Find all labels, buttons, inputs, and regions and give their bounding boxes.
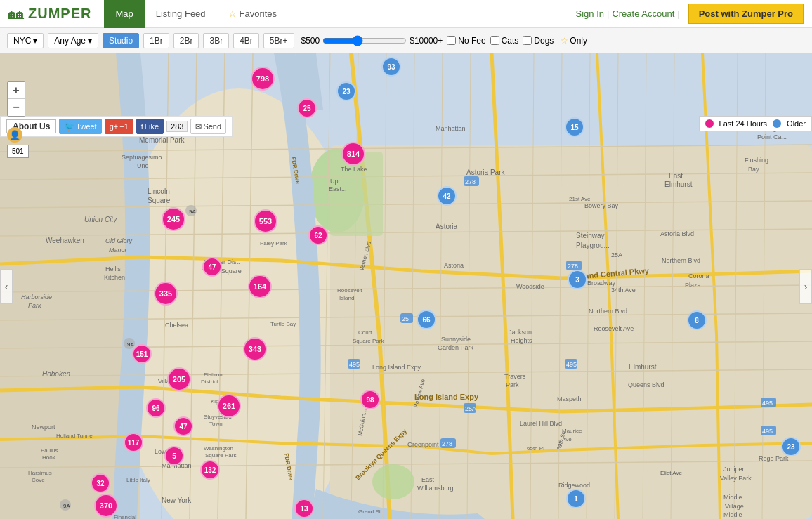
svg-text:Turtle Bay: Turtle Bay xyxy=(270,321,296,327)
tab-map[interactable]: Map xyxy=(104,0,144,28)
2br-filter[interactable]: 2Br xyxy=(173,33,199,48)
map-cluster-marker[interactable]: 798 xyxy=(251,67,275,91)
map-cluster-marker[interactable]: 261 xyxy=(217,394,241,418)
svg-text:Septuagesimo: Septuagesimo xyxy=(122,154,162,161)
map-cluster-marker[interactable]: 93 xyxy=(381,57,401,77)
tweet-button[interactable]: 🐦 Tweet xyxy=(59,119,101,134)
5br-filter[interactable]: 5Br+ xyxy=(263,33,294,48)
tab-favorites[interactable]: ☆ Favorites xyxy=(217,0,288,28)
gplus-button[interactable]: g+ +1 xyxy=(105,119,133,134)
map-cluster-marker[interactable]: 23 xyxy=(336,81,356,101)
map-nav-left[interactable]: ‹ xyxy=(0,269,13,304)
post-with-zumper-button[interactable]: Post with Zumper Pro xyxy=(688,4,804,24)
svg-text:Paley Park: Paley Park xyxy=(260,240,288,247)
dogs-filter[interactable]: Dogs xyxy=(523,36,554,46)
svg-text:District: District xyxy=(201,379,218,385)
svg-text:Weehawken: Weehawken xyxy=(46,237,84,244)
map-cluster-marker[interactable]: 42 xyxy=(437,186,457,206)
svg-text:Island: Island xyxy=(339,295,354,301)
svg-text:Woodside: Woodside xyxy=(516,283,544,290)
map-cluster-marker[interactable]: 13 xyxy=(294,499,314,518)
map-nav-right[interactable]: › xyxy=(799,269,812,304)
svg-text:Court: Court xyxy=(358,329,372,336)
map-cluster-marker[interactable]: 98 xyxy=(360,390,380,409)
map-cluster-marker[interactable]: 370 xyxy=(94,494,118,518)
svg-text:Park: Park xyxy=(28,302,41,309)
svg-text:Rego Park: Rego Park xyxy=(759,455,789,462)
svg-text:Sunnyside: Sunnyside xyxy=(441,336,471,343)
svg-text:Playgrou...: Playgrou... xyxy=(576,242,610,249)
map-cluster-marker[interactable]: 32 xyxy=(91,473,110,493)
map-cluster-marker[interactable]: 8 xyxy=(687,310,707,330)
map-cluster-marker[interactable]: 117 xyxy=(124,433,143,452)
studio-filter[interactable]: Studio xyxy=(103,33,139,48)
svg-text:East...: East... xyxy=(329,185,347,192)
1br-filter[interactable]: 1Br xyxy=(143,33,169,48)
svg-text:Upr.: Upr. xyxy=(330,178,342,185)
map-cluster-marker[interactable]: 62 xyxy=(308,225,328,245)
svg-text:Steinway: Steinway xyxy=(576,232,605,239)
svg-text:Laurel Hill Blvd: Laurel Hill Blvd xyxy=(520,420,562,427)
map-cluster-marker[interactable]: 132 xyxy=(200,460,220,480)
header: 🏘 ZUMPER Map Listing Feed ☆ Favorites Si… xyxy=(0,0,812,28)
svg-text:Harsimus: Harsimus xyxy=(28,470,52,476)
svg-text:Little Italy: Little Italy xyxy=(126,477,150,483)
map-cluster-marker[interactable]: 23 xyxy=(781,437,801,456)
4br-filter[interactable]: 4Br xyxy=(233,33,259,48)
svg-text:278: 278 xyxy=(442,440,452,447)
nav-tabs: Map Listing Feed ☆ Favorites xyxy=(104,0,288,28)
city-filter[interactable]: NYC ▾ xyxy=(7,33,44,48)
map-cluster-marker[interactable]: 15 xyxy=(565,117,584,137)
svg-text:65th Pl: 65th Pl xyxy=(527,445,544,452)
map-cluster-marker[interactable]: 164 xyxy=(248,275,272,298)
svg-text:Paulus: Paulus xyxy=(41,447,58,454)
map-type-control[interactable]: 501 xyxy=(7,145,29,158)
price-slider-min[interactable] xyxy=(322,35,407,46)
zoom-in-button[interactable]: + xyxy=(8,82,25,99)
map-cluster-marker[interactable]: 343 xyxy=(243,337,267,361)
svg-text:495: 495 xyxy=(566,361,577,368)
chevron-down-icon: ▾ xyxy=(88,36,92,46)
svg-text:Long Island Expy: Long Island Expy xyxy=(414,393,479,401)
map-cluster-marker[interactable]: 25 xyxy=(297,98,317,118)
3br-filter[interactable]: 3Br xyxy=(203,33,229,48)
map-cluster-marker[interactable]: 47 xyxy=(173,416,193,436)
street-view-icon[interactable]: 👤 xyxy=(7,127,22,143)
facebook-like-button[interactable]: f Like xyxy=(136,119,164,134)
svg-text:Eliot Ave: Eliot Ave xyxy=(660,470,683,476)
svg-text:Washington: Washington xyxy=(204,445,233,452)
svg-text:Newport: Newport xyxy=(32,423,55,431)
map-cluster-marker[interactable]: 1 xyxy=(566,489,586,508)
map-cluster-marker[interactable]: 205 xyxy=(167,367,191,391)
gplus-icon: g+ xyxy=(110,122,119,131)
send-icon: ✉ xyxy=(195,122,202,131)
svg-text:Kitchen: Kitchen xyxy=(104,274,125,281)
map-cluster-marker[interactable]: 66 xyxy=(417,310,436,329)
map-cluster-marker[interactable]: 553 xyxy=(254,209,277,233)
svg-text:The Lake: The Lake xyxy=(341,166,367,173)
send-button[interactable]: ✉ Send xyxy=(190,119,226,134)
map-cluster-marker[interactable]: 335 xyxy=(154,282,178,306)
map-cluster-marker[interactable]: 151 xyxy=(132,344,152,364)
map-cluster-marker[interactable]: 245 xyxy=(162,207,185,231)
map-container[interactable]: Union City Old Glory Manor Harborside Pa… xyxy=(0,53,812,519)
sign-in-link[interactable]: Sign In xyxy=(576,8,604,19)
cats-filter[interactable]: Cats xyxy=(490,36,519,46)
zoom-out-button[interactable]: − xyxy=(8,99,25,116)
create-account-link[interactable]: Create Account xyxy=(612,8,674,19)
map-cluster-marker[interactable]: 5 xyxy=(164,446,184,466)
age-filter[interactable]: Any Age ▾ xyxy=(48,33,98,48)
map-cluster-marker[interactable]: 47 xyxy=(202,257,222,277)
tab-listing-feed[interactable]: Listing Feed xyxy=(145,0,217,28)
no-fee-filter[interactable]: No Fee xyxy=(447,36,485,46)
separator2: | xyxy=(677,8,679,19)
legend-last24-label: Last 24 Hours xyxy=(719,119,767,128)
map-cluster-marker[interactable]: 96 xyxy=(146,398,166,418)
map-cluster-marker[interactable]: 814 xyxy=(341,142,365,166)
svg-text:Middle: Middle xyxy=(723,494,742,501)
svg-text:Flushing: Flushing xyxy=(745,157,768,164)
svg-text:Elmhurst: Elmhurst xyxy=(664,180,693,188)
svg-text:Corona: Corona xyxy=(688,272,709,280)
svg-text:East: East xyxy=(669,172,683,180)
map-cluster-marker[interactable]: 3 xyxy=(568,270,587,289)
